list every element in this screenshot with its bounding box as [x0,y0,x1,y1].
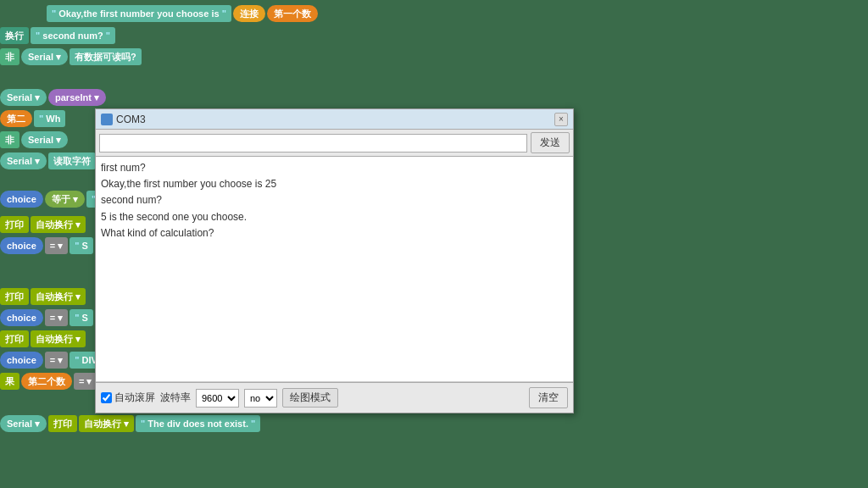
clear-button[interactable]: 清空 [529,387,568,408]
dialog-title-area: COM3 [101,114,146,125]
block-not-2: 非 [0,131,19,148]
block-row-8: choice 等于 ▾ " S [0,191,110,208]
block-serial-1: Serial ▾ [21,48,68,65]
block-serial-4: Serial ▾ [0,152,47,169]
block-wh: " Wh [34,110,65,127]
autoscroll-checkbox[interactable]: 自动滚屏 [101,391,155,405]
content-line-4: 5 is the second one you choose. [101,209,568,225]
content-line-2: Okay,the first number you choose is 25 [101,176,568,192]
block-row-4: Serial ▾ parseInt ▾ [0,89,106,106]
block-serial-2: Serial ▾ [0,89,47,106]
block-not: 非 [0,48,19,65]
block-second-label: 第二 [0,110,32,127]
content-line-1: first num? [101,160,568,176]
com3-dialog: COM3 × 发送 first num? Okay,the first numb… [95,108,574,413]
serial-input[interactable] [99,134,527,152]
block-row-13: 打印 自动换行 ▾ [0,330,86,347]
block-read-char: 读取字符 [48,152,96,169]
block-eq-4: = ▾ [45,352,68,369]
block-eq-5: = ▾ [74,373,97,390]
block-serial-5: Serial ▾ [0,415,47,432]
block-newline: 换行 [0,27,29,44]
line-ending-select[interactable]: no [244,389,277,408]
block-row-5: 第二 " Wh [0,110,65,127]
block-choice-1: choice [0,191,43,208]
block-serial-3: Serial ▾ [21,131,68,148]
block-row-12: choice = ▾ " S [0,309,93,326]
close-button[interactable]: × [554,113,568,126]
baud-rate-label: 波特率 [160,391,191,405]
block-eq-2: = ▾ [45,237,68,254]
block-auto-newline-4: 自动换行 ▾ [79,415,134,432]
block-second-num-var: 第二个数 [21,373,72,390]
content-line-3: second num? [101,192,568,208]
block-second-num-str: " second num? " [31,27,115,44]
block-row-11: 打印 自动换行 ▾ [0,288,86,305]
autoscroll-input[interactable] [101,392,112,403]
block-connect-1: 连接 [233,5,265,22]
block-auto-newline-3: 自动换行 ▾ [31,330,86,347]
dialog-title: COM3 [116,114,146,125]
block-print-3: 打印 [0,330,29,347]
content-line-5: What kind of calculation? [101,225,568,241]
block-div-not-exist: " The div does not exist. " [136,415,260,432]
block-row-10: choice = ▾ " S [0,237,93,254]
block-auto-newline-1: 自动换行 ▾ [31,216,86,233]
block-choice-4: choice [0,352,43,369]
block-fruit: 果 [0,373,19,390]
block-available: 有数据可读吗? [70,48,142,65]
block-row-3: 非 Serial ▾ 有数据可读吗? [0,48,142,65]
block-string-1: " Okay,the first number you choose is " [47,5,231,22]
dialog-footer: 自动滚屏 波特率 9600 no 绘图模式 清空 [96,382,573,413]
dialog-titlebar: COM3 × [96,109,573,130]
block-print-1: 打印 [0,216,29,233]
block-row-16: Serial ▾ 打印 自动换行 ▾ " The div does not ex… [0,415,260,432]
block-print-2: 打印 [0,288,29,305]
dialog-input-row: 发送 [96,130,573,157]
block-row-6: 非 Serial ▾ [0,131,68,148]
block-row-14: choice = ▾ " DIV " [0,352,109,369]
baud-rate-select[interactable]: 9600 [196,389,239,408]
block-choice-3: choice [0,309,43,326]
plot-mode-button[interactable]: 绘图模式 [282,388,338,408]
send-button[interactable]: 发送 [531,132,570,153]
block-parseint: parseInt ▾ [48,89,106,106]
block-choice-2: choice [0,237,43,254]
block-equals-1: 等于 ▾ [45,191,85,208]
block-eq-3: = ▾ [45,309,68,326]
block-auto-newline-2: 自动换行 ▾ [31,288,86,305]
block-str-2: " S [70,237,93,254]
block-print-4: 打印 [48,415,77,432]
autoscroll-label: 自动滚屏 [114,391,155,405]
block-str-3: " S [70,309,93,326]
block-first-num: 第一个数 [267,5,318,22]
block-row-9: 打印 自动换行 ▾ [0,216,86,233]
block-row-1: " Okay,the first number you choose is " … [47,5,318,22]
serial-monitor-icon [101,114,113,125]
block-row-2: 换行 " second num? " [0,27,115,44]
dialog-content-area: first num? Okay,the first number you cho… [96,157,573,382]
